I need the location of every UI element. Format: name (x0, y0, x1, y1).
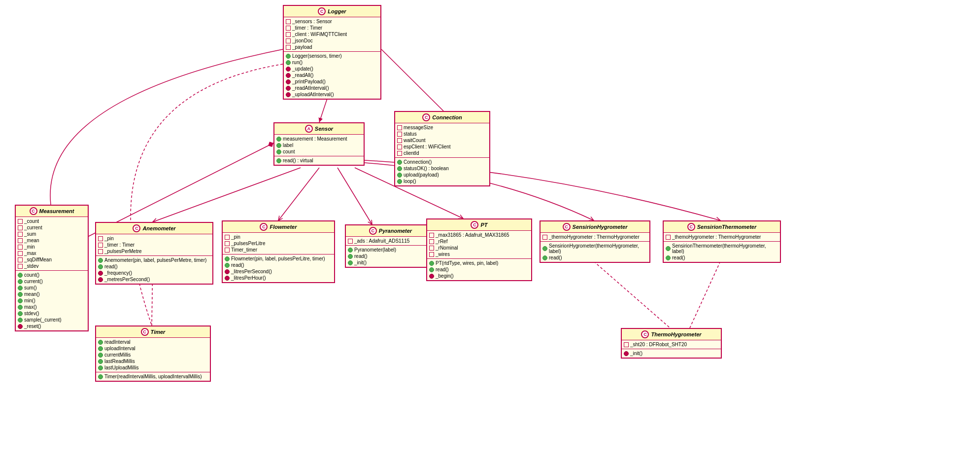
attr-thermohygro-st: _themoHygrometer : ThermoHygrometer (666, 234, 778, 240)
attr-lastuploadmillis-t: lastUploadMillis (98, 364, 208, 371)
method-freq-a: _frequency() (98, 270, 210, 276)
stereotype-c-meas: C (30, 207, 37, 215)
method-read-virtual: read() : virtual (276, 157, 362, 164)
method-readall: _readAll() (286, 72, 378, 78)
class-flowmeter-header: C Flowmeter (223, 221, 334, 233)
attr-lastreadmillis-t: lastReadMillis (98, 358, 208, 364)
attr-currentmillis-t: currentMillis (98, 352, 208, 358)
method-sample-m: sample(_current) (18, 317, 86, 323)
attr-mean-m: _mean (18, 237, 86, 244)
class-anemometer: C Anemometer _pin _timer : Timer _pulses… (95, 222, 213, 285)
class-sensor-methods: read() : virtual (274, 156, 364, 165)
method-run: run() (286, 59, 378, 66)
attr-rref-pt: _rRef (429, 238, 529, 245)
attr-timertimer-f: Timer_timer (225, 247, 332, 253)
method-min-m: min() (18, 297, 86, 304)
method-logger-ctor: Logger(sensors, timer) (286, 53, 378, 59)
attr-max31865-pt: _max31865 : Adafruit_MAX31865 (429, 232, 529, 238)
attr-count: count (276, 148, 362, 155)
class-thermohygrometer-attrs: _sht20 : DFRobot_SHT20 (622, 340, 721, 349)
class-measurement-name: Measurement (39, 208, 74, 214)
class-logger-name: Logger (328, 8, 346, 14)
attr-sensors: _sensors : Sensor (286, 18, 378, 25)
method-mean-m: mean() (18, 291, 86, 297)
class-sensirion-hygro-methods: SensirionHygrometer(thermoHygrometer, la… (541, 242, 649, 262)
method-read-p: read() (348, 253, 433, 259)
stereotype-c-flow: C (260, 223, 268, 231)
method-pt-ctor: PT(rtdType, wires, pin, label) (429, 260, 529, 266)
method-sum-m: sum() (18, 285, 86, 291)
stereotype-c-pyran: C (369, 227, 377, 235)
method-init-th: _init() (624, 350, 719, 357)
class-sensirion-hygro-name: SensirionHygrometer (573, 224, 628, 230)
attr-client: _client : WiFiMQTTClient (286, 31, 378, 37)
svg-line-4 (278, 168, 319, 220)
method-uploadatinterval: _uploadAtInterval() (286, 91, 378, 98)
stereotype-c-anem: C (133, 224, 140, 232)
attr-timer: _timer : Timer (286, 25, 378, 31)
attr-jsondoc: _jsonDoc (286, 37, 378, 44)
attr-sqdiff-m: _sqDiffMean (18, 256, 86, 263)
method-reset-m: _reset() (18, 323, 86, 329)
method-litrespersec-f: _litresPerSecond() (225, 268, 332, 275)
class-sensirion-hygro: C SensirionHygrometer _thermoHygrometer … (540, 220, 650, 263)
class-pyranometer: C Pyranometer _ads : Adafruit_ADS1115 Py… (345, 224, 436, 268)
class-thermohygrometer-name: ThermoHygrometer (651, 331, 701, 337)
attr-clientid: clientId (397, 150, 487, 156)
class-logger-attrs: _sensors : Sensor _timer : Timer _client… (284, 17, 380, 52)
class-measurement-methods: count() current() sum() mean() min() max… (16, 271, 88, 330)
svg-line-1 (381, 49, 443, 111)
class-sensirion-thermo-methods: SensirionThermometer(thermoHygrometer, l… (664, 242, 780, 262)
class-timer: C Timer readInterval uploadInterval curr… (95, 326, 211, 382)
attr-pulsesperliter-f: _pulsesPerLitre (225, 240, 332, 247)
method-statusok: statusOK() : boolean (397, 165, 487, 172)
class-flowmeter: C Flowmeter _pin _pulsesPerLitre Timer_t… (222, 220, 335, 283)
class-sensor: A Sensor measurement : Measurement label… (273, 122, 365, 166)
method-upload: upload(payload) (397, 172, 487, 178)
svg-line-8 (594, 261, 670, 328)
attr-timer-a: _timer : Timer (98, 242, 210, 248)
class-anemometer-methods: Anemometer(pin, label, pulsesPerMetre, t… (96, 256, 212, 284)
class-flowmeter-name: Flowmeter (270, 224, 297, 230)
class-logger: C Logger _sensors : Sensor _timer : Time… (283, 5, 381, 100)
svg-line-5 (338, 168, 372, 224)
class-connection-methods: Connection() statusOK() : boolean upload… (395, 158, 489, 185)
class-sensirion-thermo-header: C SensirionThermometer (664, 221, 780, 233)
attr-payload: _payload (286, 44, 378, 50)
stereotype-c: C (318, 7, 326, 15)
attr-wires-pt: _wires (429, 251, 529, 257)
svg-line-3 (153, 168, 301, 222)
method-sensirionhygro-ctor: SensirionHygrometer(thermoHygrometer, la… (542, 243, 647, 254)
class-timer-methods: Timer(readIntervalMillis, uploadInterval… (96, 372, 210, 381)
class-connection-attrs: messageSize status waitCount espClient :… (395, 123, 489, 158)
method-max-m: max() (18, 304, 86, 310)
attr-readinterval-t: readInterval (98, 339, 208, 345)
method-timer-ctor: Timer(readIntervalMillis, uploadInterval… (98, 373, 208, 380)
class-logger-methods: Logger(sensors, timer) run() _update() _… (284, 52, 380, 99)
stereotype-c-shygro: C (563, 223, 571, 231)
method-anem-ctor: Anemometer(pin, label, pulsesPerMetre, t… (98, 257, 210, 263)
class-sensor-attrs: measurement : Measurement label count (274, 135, 364, 156)
class-measurement: C Measurement _count _current _sum _mean… (15, 205, 89, 331)
method-readatinterval: _readAtInterval() (286, 85, 378, 91)
method-read-a: read() (98, 263, 210, 270)
method-update: _update() (286, 66, 378, 72)
class-pyranometer-name: Pyranometer (379, 228, 412, 234)
class-timer-attrs: readInterval uploadInterval currentMilli… (96, 338, 210, 372)
class-logger-header: C Logger (284, 6, 380, 17)
method-current-m: current() (18, 278, 86, 285)
stereotype-a-sensor: A (305, 125, 313, 133)
class-pt-methods: PT(rtdType, wires, pin, label) read() _b… (427, 259, 531, 280)
method-connection-ctor: Connection() (397, 159, 487, 165)
attr-current-m: _current (18, 224, 86, 231)
class-sensirion-thermo-attrs: _themoHygrometer : ThermoHygrometer (664, 233, 780, 242)
class-sensor-header: A Sensor (274, 123, 364, 135)
attr-sht20-th: _sht20 : DFRobot_SHT20 (624, 341, 719, 348)
class-sensirion-thermo-name: SensirionThermometer (697, 224, 756, 230)
method-read-st: read() (666, 254, 778, 261)
class-sensor-name: Sensor (315, 126, 333, 132)
method-count-m: count() (18, 272, 86, 278)
diagram-container: C Logger _sensors : Sensor _timer : Time… (0, 0, 980, 471)
method-read-f: read() (225, 262, 332, 268)
class-anemometer-header: C Anemometer (96, 223, 212, 234)
